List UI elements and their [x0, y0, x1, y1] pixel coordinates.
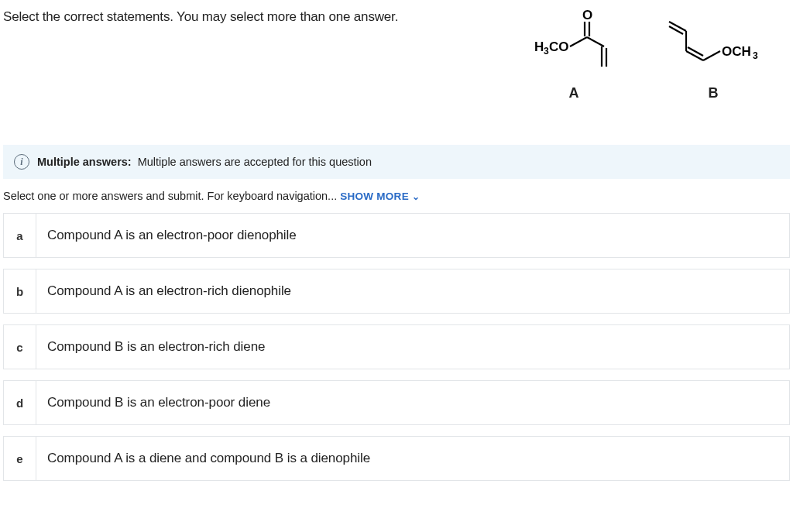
structure-a: H 3 CO O A	[524, 9, 624, 101]
chevron-down-icon: ⌄	[412, 191, 420, 202]
question-text: Select the correct statements. You may s…	[3, 6, 524, 25]
svg-line-6	[669, 22, 686, 31]
structure-b-label: B	[655, 85, 771, 101]
structure-a-left-label: H	[534, 39, 544, 54]
info-text: Multiple answers are accepted for this q…	[138, 156, 372, 168]
structure-a-top-o: O	[582, 9, 592, 22]
option-letter: d	[4, 381, 36, 424]
option-letter: a	[4, 214, 36, 257]
structure-a-left-co: CO	[549, 39, 569, 54]
info-banner: i Multiple answers: Multiple answers are…	[3, 145, 790, 179]
option-letter: b	[4, 269, 36, 313]
option-text: Compound B is an electron-rich diene	[36, 325, 276, 369]
option-text: Compound B is an electron-poor diene	[36, 381, 281, 424]
option-e[interactable]: e Compound A is a diene and compound B i…	[3, 436, 790, 481]
option-text: Compound A is a diene and compound B is …	[36, 437, 381, 480]
chemical-structures: H 3 CO O A OCH 3	[524, 9, 771, 101]
option-text: Compound A is an electron-rich dienophil…	[36, 269, 302, 313]
option-b[interactable]: b Compound A is an electron-rich dienoph…	[3, 269, 790, 314]
svg-line-10	[688, 47, 703, 56]
svg-line-11	[703, 51, 720, 60]
structure-b-right-sub: 3	[753, 50, 758, 61]
info-bold: Multiple answers:	[37, 156, 132, 168]
option-c[interactable]: c Compound B is an electron-rich diene	[3, 324, 790, 369]
option-d[interactable]: d Compound B is an electron-poor diene	[3, 380, 790, 425]
instructions-text: Select one or more answers and submit. F…	[3, 190, 337, 202]
structure-a-label: A	[524, 85, 624, 101]
info-icon: i	[14, 154, 29, 170]
option-text: Compound A is an electron-poor dienophil…	[36, 214, 307, 257]
option-letter: c	[4, 325, 36, 369]
svg-line-0	[570, 37, 587, 46]
option-letter: e	[4, 437, 36, 480]
structure-b: OCH 3 B	[655, 9, 771, 101]
structure-a-left-sub: 3	[544, 46, 549, 57]
svg-line-9	[686, 51, 703, 60]
structure-b-right-och: OCH	[722, 44, 751, 59]
instructions: Select one or more answers and submit. F…	[3, 190, 790, 202]
answer-options: a Compound A is an electron-poor dienoph…	[3, 213, 790, 481]
option-a[interactable]: a Compound A is an electron-poor dienoph…	[3, 213, 790, 258]
svg-line-3	[587, 37, 604, 46]
show-more-link[interactable]: SHOW MORE ⌄	[340, 190, 420, 202]
